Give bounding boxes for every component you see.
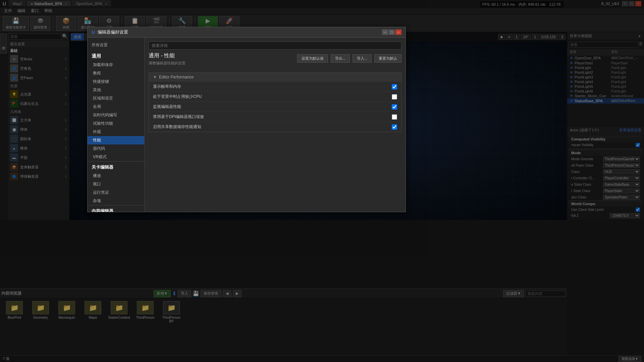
modal-title-text: 编辑器偏好设置 [98,29,128,35]
modal-maximize-button[interactable]: □ [389,29,395,35]
nav-viewport[interactable]: 视口 [88,180,144,188]
export-button[interactable]: 导出... [331,54,350,63]
editor-performance-group: ▼ Editor Performance 显示帧率和内存 处于背景中时占用较少C… [149,72,401,132]
modal-ue-icon: U [92,29,95,35]
nav-shortcuts[interactable]: 快捷按键 [88,77,144,86]
disable-dpi-check[interactable] [392,114,397,120]
nav-live-coding[interactable]: 实时代码编写 [88,111,144,119]
modal-search-input[interactable] [149,42,401,50]
editor-performance-header[interactable]: ▼ Editor Performance [149,73,401,81]
modal-body: 所有设置 通用 加载和保存 教程 快捷按键 其他 区域和语言 全局 实时代码编写… [88,38,406,212]
modal-section-title: 通用 - 性能 [149,52,185,59]
modal-header-row: 通用 - 性能 调整编辑器性能的设置 设置为默认值 导出... 导入... 重置… [149,52,401,70]
reset-default-button[interactable]: 重置为默认 [374,54,401,63]
setting-row: 启用共享数据储存性能通知 [149,122,401,132]
nav-region-language[interactable]: 区域和语言 [88,94,144,103]
modal-action-bar: 设置为默认值 导出... 导入... 重置为默认 [297,54,401,63]
nav-section-content-editor: 内容编辑器 [88,205,144,212]
nav-section-level-editor: 关卡编辑器 [88,161,144,172]
preferences-modal: U 编辑器偏好设置 − □ × 所有设置 通用 加载和保存 教程 快捷按键 其他… [87,27,406,212]
background-cpu-check[interactable] [392,94,397,100]
setting-label: 禁用基于DPI编辑器视口缩放 [153,114,389,120]
collapse-arrow-icon: ▼ [153,75,157,79]
nav-experimental[interactable]: 试验性功能 [88,119,144,128]
modal-navigation: 所有设置 通用 加载和保存 教程 快捷按键 其他 区域和语言 全局 实时代码编写… [88,38,145,212]
preferences-modal-overlay: U 编辑器偏好设置 − □ × 所有设置 通用 加载和保存 教程 快捷按键 其他… [0,0,644,362]
monitor-performance-check[interactable] [392,104,397,110]
editor-performance-label: Editor Performance [159,75,194,79]
set-default-button[interactable]: 设置为默认值 [297,54,328,63]
nav-appearance[interactable]: 外观 [88,128,144,136]
nav-all-settings[interactable]: 所有设置 [88,40,144,50]
nav-global[interactable]: 全局 [88,103,144,111]
setting-label: 监视编辑器性能 [153,104,389,110]
nav-performance[interactable]: 性能 [88,136,144,144]
nav-misc[interactable]: 杂项 [88,197,144,205]
setting-row: 处于背景中时占用较少CPU [149,92,401,102]
nav-credentials[interactable]: 运行凭证 [88,188,144,197]
setting-row: 显示帧率和内存 [149,81,401,92]
fps-memory-check[interactable] [392,84,397,89]
modal-close-button[interactable]: × [395,29,401,35]
setting-label: 启用共享数据储存性能通知 [153,124,389,130]
modal-section-subtitle: 调整编辑器性能的设置 [149,61,185,66]
shared-data-notify-check[interactable] [392,124,397,130]
nav-vr-mode[interactable]: VR模式 [88,153,144,161]
setting-label: 处于背景中时占用较少CPU [153,94,389,100]
nav-load-save[interactable]: 加载和保存 [88,61,144,69]
setting-label: 显示帧率和内存 [153,84,389,89]
import-settings-button[interactable]: 导入... [353,54,372,63]
modal-minimize-button[interactable]: − [382,29,388,35]
nav-source-code[interactable]: 源代码 [88,144,144,153]
nav-tutorial[interactable]: 教程 [88,69,144,77]
nav-play[interactable]: 播放 [88,172,144,180]
modal-title-bar: U 编辑器偏好设置 − □ × [88,27,406,38]
setting-row: 监视编辑器性能 [149,102,401,112]
nav-section-general: 通用 [88,50,144,61]
setting-row: 禁用基于DPI编辑器视口缩放 [149,112,401,122]
nav-other[interactable]: 其他 [88,86,144,94]
modal-window-controls: − □ × [382,29,401,35]
modal-content-area: 通用 - 性能 调整编辑器性能的设置 设置为默认值 导出... 导入... 重置… [145,38,406,212]
